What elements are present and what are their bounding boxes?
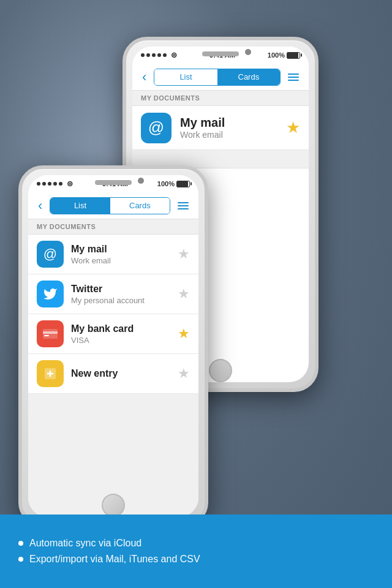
battery-back: 100% (268, 51, 300, 59)
twitter-star[interactable]: ★ (178, 286, 190, 302)
mail-text-back: My mail Work email (180, 116, 225, 140)
banner-text-2: Export/import via Mail, iTunes and CSV (29, 554, 200, 565)
twitter-icon-front (37, 281, 64, 307)
bullet-2 (18, 557, 23, 562)
segment-control-back[interactable]: List Cards (154, 69, 281, 86)
entry-icon-front (37, 360, 64, 387)
mail-subtitle-back: Work email (180, 130, 225, 140)
svg-rect-1 (43, 331, 58, 334)
speaker-back (202, 51, 239, 56)
star-back[interactable]: ★ (286, 118, 300, 137)
list-item-mail-back[interactable]: @ My mail Work email ★ (132, 106, 309, 150)
bank-star[interactable]: ★ (178, 326, 190, 342)
camera-back (245, 49, 251, 55)
back-button-back[interactable]: ‹ (140, 69, 149, 85)
mail-icon-back: @ (141, 113, 172, 143)
battery-front: 100% (157, 180, 190, 187)
wifi-icon: ⊜ (171, 51, 177, 59)
mail-icon-front: @ (37, 241, 64, 268)
twitter-title: Twitter (71, 284, 173, 295)
banner-item-1: Automatic sync via iCloud (18, 538, 374, 549)
bank-subtitle: VISA (71, 336, 173, 345)
mail-text: My mail Work email (71, 244, 173, 265)
banner-item-2: Export/import via Mail, iTunes and CSV (18, 554, 374, 565)
list-tab-front[interactable]: List (50, 198, 110, 214)
banner-text-1: Automatic sync via iCloud (29, 538, 141, 549)
list-tab-back[interactable]: List (154, 69, 217, 85)
bank-text: My bank card VISA (71, 323, 173, 345)
list-item-twitter[interactable]: Twitter My personal account ★ (28, 274, 198, 314)
signal-dots: ⊜ (141, 51, 177, 59)
camera-front (138, 178, 144, 184)
mail-title: My mail (71, 244, 173, 255)
mail-subtitle: Work email (71, 256, 173, 265)
menu-button-back[interactable] (285, 74, 301, 81)
menu-button-front[interactable] (175, 202, 191, 209)
segment-control-front[interactable]: List Cards (50, 197, 170, 214)
bullet-1 (18, 541, 23, 546)
entry-title: New entry (71, 368, 173, 379)
twitter-text: Twitter My personal account (71, 284, 173, 305)
bottom-banner: Automatic sync via iCloud Export/import … (0, 514, 392, 588)
twitter-subtitle: My personal account (71, 296, 173, 305)
nav-bar-front: ‹ List Cards (28, 192, 198, 219)
home-button-front[interactable] (102, 494, 125, 517)
section-header-back: MY DOCUMENTS (132, 91, 309, 106)
mail-star[interactable]: ★ (178, 246, 190, 262)
cards-tab-back[interactable]: Cards (217, 69, 280, 85)
phone-front-screen: ⊜ 9:41 AM 100% ‹ List Cards MY DOCUMENTS (28, 175, 198, 517)
home-button-back[interactable] (209, 359, 232, 382)
signal-dots-front: ⊜ (37, 179, 73, 188)
nav-bar-back: ‹ List Cards (132, 64, 309, 91)
section-header-front: MY DOCUMENTS (28, 219, 198, 235)
speaker-front (95, 180, 132, 185)
list-item-entry[interactable]: New entry ★ (28, 354, 198, 394)
list-item-bank[interactable]: My bank card VISA ★ (28, 314, 198, 354)
back-button-front[interactable]: ‹ (36, 198, 45, 214)
list-item-mail[interactable]: @ My mail Work email ★ (28, 235, 198, 274)
entry-text: New entry (71, 368, 173, 379)
mail-title-back: My mail (180, 116, 225, 130)
bank-icon-front (37, 320, 64, 347)
svg-rect-2 (44, 335, 49, 336)
phone-front: ⊜ 9:41 AM 100% ‹ List Cards MY DOCUMENTS (18, 165, 208, 527)
cards-tab-front[interactable]: Cards (110, 198, 170, 214)
bank-title: My bank card (71, 323, 173, 334)
entry-star[interactable]: ★ (178, 366, 190, 382)
wifi-icon-front: ⊜ (67, 179, 73, 188)
